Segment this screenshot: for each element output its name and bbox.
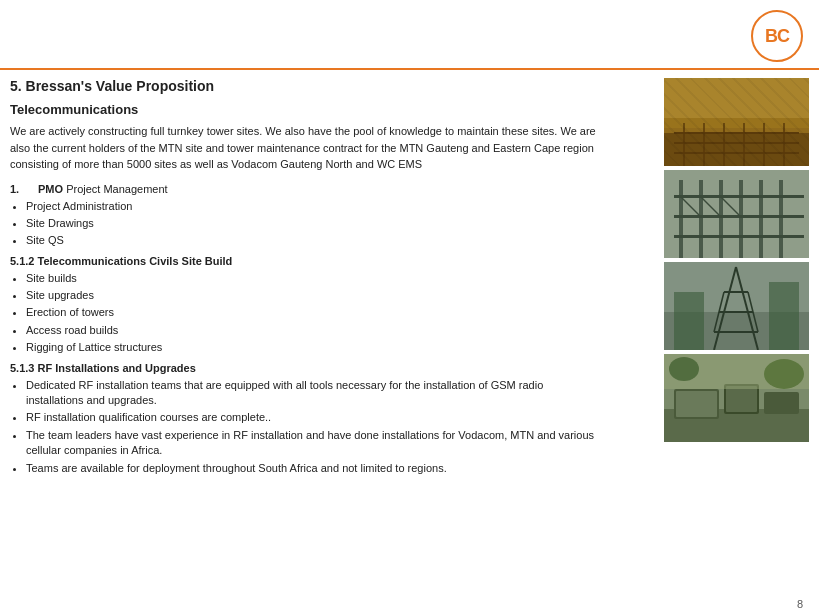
svg-rect-15	[679, 180, 683, 258]
section513-title: 5.1.3 RF Installations and Upgrades	[10, 362, 600, 374]
svg-rect-41	[676, 391, 717, 417]
svg-rect-1	[664, 128, 809, 166]
company-logo: BC	[751, 10, 803, 62]
svg-point-46	[764, 359, 804, 389]
list-item: Site upgrades	[26, 288, 600, 303]
page-title: 5. Bressan's Value Proposition	[10, 78, 600, 94]
list-item: Site builds	[26, 271, 600, 286]
section1-heading: Telecommunications	[10, 102, 600, 117]
left-column: 5. Bressan's Value Proposition Telecommu…	[10, 78, 600, 482]
logo-text: BC	[765, 26, 789, 47]
list-item: Teams are available for deployment throu…	[26, 461, 600, 476]
list-item: Site QS	[26, 233, 600, 248]
page-number: 8	[797, 598, 803, 610]
svg-rect-21	[674, 195, 804, 198]
photo-3-svg	[664, 262, 809, 350]
svg-rect-20	[779, 180, 783, 258]
pmo-label: PMO Project Management	[38, 183, 168, 195]
site-photo-2	[664, 170, 809, 258]
svg-rect-14	[664, 170, 809, 258]
right-column-photos	[609, 78, 809, 442]
pmo-bullets: Project Administration Site Drawings Sit…	[26, 199, 600, 249]
list-item: The team leaders have vast experience in…	[26, 428, 600, 459]
svg-rect-0	[664, 78, 809, 166]
svg-rect-18	[739, 180, 743, 258]
list-item: Rigging of Lattice structures	[26, 340, 600, 355]
svg-point-47	[669, 357, 699, 381]
svg-rect-43	[726, 386, 757, 412]
svg-rect-44	[764, 392, 799, 414]
pmo-text-rest: Project Management	[66, 183, 168, 195]
svg-rect-16	[699, 180, 703, 258]
svg-rect-22	[674, 215, 804, 218]
photo-4-svg	[664, 354, 809, 442]
pmo-bold: PMO	[38, 183, 63, 195]
list-item: Access road builds	[26, 323, 600, 338]
top-divider	[0, 68, 819, 70]
logo-area: BC	[751, 10, 803, 62]
svg-rect-19	[759, 180, 763, 258]
pmo-item: 1. PMO Project Management	[10, 183, 600, 195]
list-item: Erection of towers	[26, 305, 600, 320]
section512-title: 5.1.2 Telecommunications Civils Site Bui…	[10, 255, 600, 267]
svg-rect-37	[769, 282, 799, 350]
svg-rect-17	[719, 180, 723, 258]
list-item: RF installation qualification courses ar…	[26, 410, 600, 425]
section512-bullets: Site builds Site upgrades Erection of to…	[26, 271, 600, 356]
list-item: Project Administration	[26, 199, 600, 214]
list-item: Dedicated RF installation teams that are…	[26, 378, 600, 409]
svg-rect-2	[664, 118, 809, 133]
site-photo-4	[664, 354, 809, 442]
list-item: Site Drawings	[26, 216, 600, 231]
svg-rect-36	[674, 292, 704, 350]
site-photo-3	[664, 262, 809, 350]
svg-rect-23	[674, 235, 804, 238]
site-photo-1	[664, 78, 809, 166]
photo-2-svg	[664, 170, 809, 258]
photo-1-svg	[664, 78, 809, 166]
svg-rect-12	[664, 78, 809, 118]
main-content: 5. Bressan's Value Proposition Telecommu…	[10, 78, 809, 594]
section513-bullets: Dedicated RF installation teams that are…	[26, 378, 600, 476]
section1-body: We are actively constructing full turnke…	[10, 123, 600, 173]
pmo-number: 1.	[10, 183, 30, 195]
